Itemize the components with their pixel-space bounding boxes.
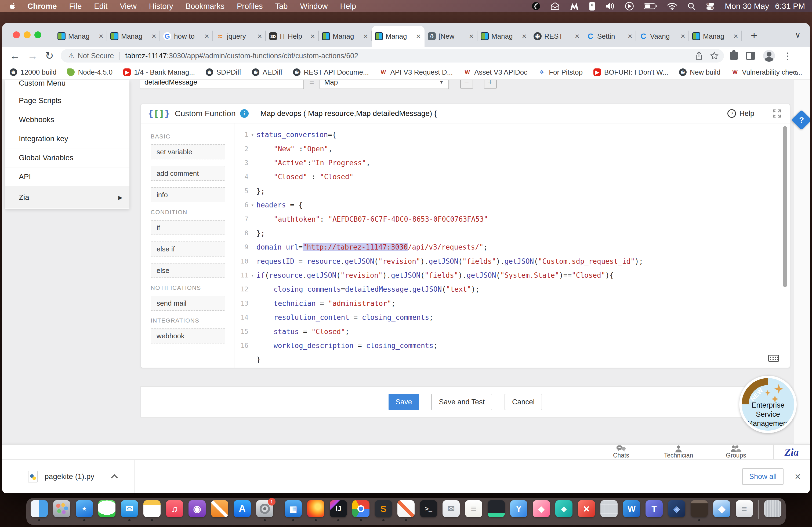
tab-7-manag[interactable]: Manag× [372, 26, 424, 47]
code-line-10[interactable]: 10requestID = resource.getJSON("revision… [234, 254, 790, 268]
menu-item-window[interactable]: Window [300, 2, 328, 11]
tab-13-manag[interactable]: Manag× [689, 26, 742, 47]
close-tab-icon[interactable]: × [680, 32, 686, 41]
downloaded-file-name[interactable]: pagekite (1).py [45, 472, 94, 481]
code-line-8[interactable]: 8}; [234, 226, 790, 240]
dock-icon-navy-app[interactable]: ◈ [668, 500, 685, 517]
profile-avatar[interactable] [763, 50, 775, 62]
close-tab-icon[interactable]: × [574, 32, 580, 41]
address-bar[interactable]: ⚠ Not Secure tabrez-11147 :3030/app#/adm… [61, 49, 724, 62]
side-panel-icon[interactable] [746, 52, 755, 60]
bookmarks-overflow-icon[interactable]: » [794, 67, 799, 77]
menu-item-chrome[interactable]: Chrome [27, 2, 57, 11]
code-line-4[interactable]: 4"Closed" : "Closed" [234, 170, 790, 184]
dock-icon-fork-app[interactable]: Y [510, 500, 527, 517]
menu-item-help[interactable]: Help [340, 2, 356, 11]
dock-icon-activity-monitor[interactable] [488, 500, 505, 517]
bookmark-restapidocume[interactable]: ⊕REST API Docume... [293, 68, 369, 76]
chats-button[interactable]: Chats [601, 445, 641, 459]
menu-item-view[interactable]: View [120, 2, 136, 11]
chrome-menu-icon[interactable]: ⋮ [783, 50, 792, 61]
fold-arrow-icon[interactable]: ▾ [248, 202, 257, 208]
play-circle-icon[interactable] [625, 2, 634, 11]
sidebar-item-api[interactable]: API [5, 167, 129, 186]
bookmark-vulnerabilitychec[interactable]: WVulnerability chec... [731, 68, 802, 76]
new-tab-button[interactable]: + [751, 28, 757, 44]
dock-icon-teal-app[interactable]: ◆ [555, 500, 572, 517]
code-line-1[interactable]: 1▾status_conversion={ [234, 128, 790, 142]
groups-button[interactable]: Groups [716, 445, 756, 459]
device-lock-icon[interactable] [589, 2, 595, 11]
bookmark-14bankmanag[interactable]: ▶1/4 - Bank Manag... [123, 68, 195, 76]
code-line-7[interactable]: 7"authtoken": "AEFDCB07-6C7F-4DC0-8653-0… [234, 212, 790, 226]
close-tab-icon[interactable]: × [309, 32, 316, 41]
snippet-button-send-mail[interactable]: send mail [151, 296, 225, 311]
menu-item-file[interactable]: File [69, 2, 82, 11]
close-tab-icon[interactable]: × [151, 32, 157, 41]
bookmark-forpitstop[interactable]: ✈For Pitstop [538, 68, 583, 76]
close-tab-icon[interactable]: × [627, 32, 633, 41]
enterprise-service-management-badge[interactable]: NEW Enterprise Service Management [739, 376, 797, 433]
dock-icon-red-close-app[interactable]: × [578, 500, 595, 517]
editor-scrollbar[interactable] [783, 126, 787, 287]
save-and-test-button[interactable]: Save and Test [431, 394, 492, 410]
show-all-downloads-button[interactable]: Show all [742, 468, 784, 485]
dock-icon-textedit[interactable]: ≡ [465, 500, 482, 517]
save-button[interactable]: Save [389, 394, 419, 410]
dock-icon-podcasts[interactable]: ◉ [188, 500, 206, 517]
dock-icon-terminal[interactable]: >_ [420, 500, 437, 517]
dock-icon-calculator-grid[interactable] [600, 500, 618, 517]
dock-icon-trash[interactable] [764, 500, 781, 517]
zoom-window-button[interactable] [34, 31, 41, 39]
dock-icon-launchpad[interactable] [53, 500, 70, 517]
download-options-chevron-icon[interactable] [111, 474, 118, 481]
code-line-5[interactable]: 5}; [234, 184, 790, 198]
code-line-16[interactable]: 16worklog_description = closing_comments… [234, 338, 790, 352]
tab-2-manag[interactable]: Manag× [107, 26, 160, 47]
tab-12-vaang[interactable]: CVaang× [636, 26, 689, 47]
close-tab-icon[interactable]: × [468, 32, 474, 41]
dock-icon-pages[interactable] [211, 500, 228, 517]
close-tab-icon[interactable]: × [416, 32, 421, 41]
menu-item-history[interactable]: History [149, 2, 173, 11]
swirl-icon[interactable] [532, 2, 540, 11]
sidebar-item-integration-key[interactable]: Integration key [5, 129, 129, 148]
menu-item-tab[interactable]: Tab [275, 2, 288, 11]
snippet-button-info[interactable]: info [151, 187, 225, 202]
sidebar-item-webhooks[interactable]: Webhooks [5, 110, 129, 129]
zia-logo[interactable]: Zia [781, 446, 802, 458]
code-line-2[interactable]: 2"New" :"Open", [234, 142, 790, 156]
help-button[interactable]: ? Help [727, 109, 754, 118]
mail-house-icon[interactable] [550, 2, 560, 11]
snippet-button-if[interactable]: if [151, 220, 225, 235]
argument-type-select[interactable]: Map ▼ [320, 80, 449, 89]
dock-icon-pink-cube-app[interactable]: ◆ [533, 500, 550, 517]
dock-icon-passwords-shield[interactable]: ▦ [285, 500, 302, 517]
search-icon[interactable] [687, 2, 696, 11]
bookmark-12000build[interactable]: ⊕12000 build [10, 68, 56, 76]
bookmark-aediff[interactable]: ⊕AEDiff [252, 68, 282, 76]
dock-icon-music[interactable]: ♫ [166, 500, 183, 517]
back-button[interactable]: ← [10, 50, 20, 62]
info-icon[interactable]: i [240, 109, 249, 118]
dock-icon-sublime-text[interactable]: S [375, 500, 392, 517]
code-line-6[interactable]: 6▾headers = { [234, 198, 790, 212]
argument-name-input[interactable]: detailedMessage [140, 80, 304, 89]
code-line-11[interactable]: 11▾if(resource.getJSON("revision").getJS… [234, 268, 790, 282]
battery-icon[interactable] [644, 2, 657, 11]
dock-icon-teams[interactable]: T [646, 500, 663, 517]
minimize-window-button[interactable] [24, 31, 31, 39]
technician-button[interactable]: Technician [658, 445, 699, 459]
dock-icon-spark-mail[interactable]: ✉ [443, 500, 460, 517]
remove-argument-button[interactable]: − [460, 80, 473, 89]
reload-button[interactable]: ↻ [45, 50, 54, 62]
sidebar-item-zia[interactable]: Zia▶ [5, 186, 129, 209]
code-line-12[interactable]: 12closing_comments=detailedMessage.getJS… [234, 282, 790, 296]
dock-icon-notes[interactable] [143, 500, 161, 517]
share-icon[interactable] [695, 51, 703, 60]
close-window-button[interactable] [13, 31, 20, 39]
tab-9-manag[interactable]: Manag× [477, 26, 530, 47]
tab-4-jquery[interactable]: ≈jquery× [213, 26, 266, 47]
bookmark-sdpdiff[interactable]: ⊕SDPDiff [206, 68, 241, 76]
dock-icon-app-store[interactable]: A [234, 500, 251, 517]
